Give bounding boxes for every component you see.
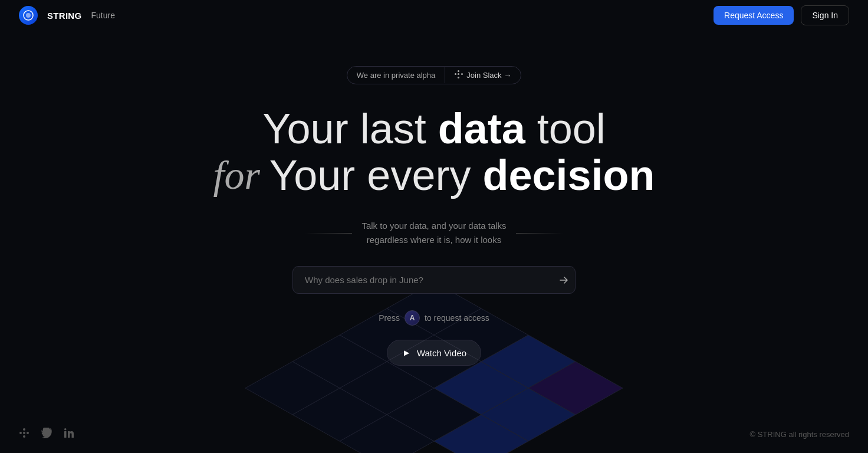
search-input[interactable]	[292, 266, 576, 294]
hero-section: We are in private alpha Join Slack → You…	[0, 31, 868, 366]
logo-text: STRING	[47, 11, 81, 21]
press-suffix: to request access	[425, 313, 489, 323]
title-line2: for Your every decision	[213, 152, 655, 199]
subtitle-right-line	[516, 233, 563, 234]
title-line1: Your last data tool	[213, 106, 655, 152]
navbar-left: STRING Future	[19, 6, 115, 25]
watch-video-button[interactable]: ▶ Watch Video	[387, 340, 481, 366]
sign-in-button[interactable]: Sign In	[801, 5, 849, 25]
press-label: Press	[379, 313, 400, 323]
svg-rect-4	[461, 73, 463, 75]
svg-rect-3	[458, 70, 459, 72]
svg-rect-11	[23, 432, 25, 434]
svg-rect-8	[23, 428, 25, 431]
title-line2-text: Your every decision	[269, 152, 655, 199]
nav-future-link[interactable]: Future	[91, 11, 114, 20]
title-line1-post: tool	[525, 105, 606, 152]
svg-rect-6	[458, 73, 459, 75]
key-badge: A	[405, 310, 420, 326]
navbar: STRING Future Request Access Sign In	[0, 0, 868, 31]
search-container	[292, 266, 576, 294]
svg-rect-7	[19, 432, 22, 434]
title-line1-bold: data	[438, 105, 525, 152]
hero-subtitle-container: Talk to your data, and your data talks r…	[305, 219, 563, 247]
alpha-badge: We are in private alpha Join Slack →	[347, 66, 521, 84]
footer-social-icons	[19, 428, 74, 441]
search-submit-button[interactable]	[559, 275, 568, 285]
alpha-left-text: We are in private alpha	[347, 67, 445, 83]
svg-rect-5	[458, 77, 459, 78]
hero-subtitle: Talk to your data, and your data talks r…	[352, 219, 515, 247]
subtitle-line1: Talk to your data, and your data talks	[361, 219, 506, 233]
play-icon: ▶	[402, 347, 412, 358]
watch-video-label: Watch Video	[417, 348, 466, 358]
twitter-footer-icon[interactable]	[41, 428, 52, 441]
svg-rect-2	[455, 73, 456, 75]
slack-footer-icon[interactable]	[19, 428, 29, 441]
svg-point-1	[26, 13, 31, 18]
subtitle-left-line	[305, 233, 352, 234]
linkedin-footer-icon[interactable]	[64, 428, 74, 441]
send-icon	[559, 275, 568, 285]
footer: © STRING all rights reserved	[0, 428, 868, 441]
footer-copyright: © STRING all rights reserved	[749, 430, 849, 439]
svg-rect-9	[27, 432, 29, 434]
svg-rect-12	[64, 431, 67, 438]
slack-icon	[455, 70, 463, 80]
logo-icon	[19, 6, 38, 25]
join-slack-text: Join Slack →	[466, 71, 511, 80]
title-line2-pre: Your every	[269, 152, 483, 199]
title-line2-bold: decision	[482, 152, 655, 199]
subtitle-line2: regardless where it is, how it looks	[361, 233, 506, 247]
svg-rect-10	[23, 435, 25, 438]
press-access-row: Press A to request access	[379, 310, 489, 326]
request-access-button[interactable]: Request Access	[714, 6, 794, 25]
hero-title: Your last data tool for Your every decis…	[213, 106, 655, 199]
title-italic-for: for	[213, 153, 260, 198]
svg-point-13	[64, 428, 67, 431]
join-slack-link[interactable]: Join Slack →	[445, 67, 521, 84]
title-line1-pre: Your last	[262, 105, 438, 152]
navbar-right: Request Access Sign In	[714, 5, 849, 25]
